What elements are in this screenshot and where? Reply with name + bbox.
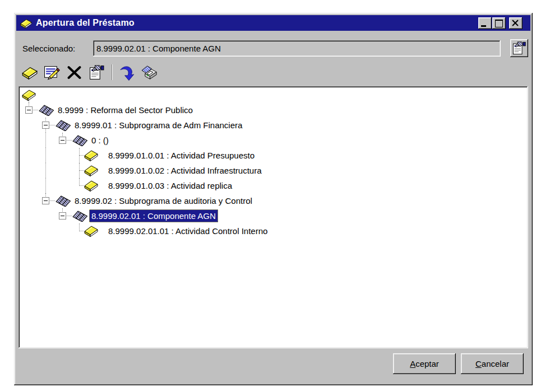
tree-item-label[interactable]: 8.9999.02.01.01 : Actividad Control Inte…	[108, 223, 267, 239]
books-stack-icon	[56, 119, 72, 131]
maximize-icon	[492, 17, 506, 29]
tree-item[interactable]: 8.9999.02 : Subprograma de auditoria y C…	[20, 193, 527, 208]
selected-input[interactable]: 8.9999.02.01 : Componente AGN	[93, 40, 501, 57]
tree-connector	[62, 208, 63, 212]
selected-label: Seleccionado:	[22, 40, 75, 57]
properties-icon	[512, 41, 526, 55]
yellow-book-icon	[84, 164, 98, 176]
tree-connector	[45, 133, 46, 148]
tree-connector	[79, 155, 80, 163]
yellow-book-icon	[84, 179, 98, 192]
tree-expander-minus[interactable]	[42, 122, 49, 129]
tree-connector	[45, 118, 46, 121]
tree-connector	[67, 216, 72, 216]
books-stack-icon	[72, 134, 89, 146]
toolbar-separator	[112, 64, 113, 80]
tree-connector	[79, 223, 80, 231]
tree-connector	[29, 102, 29, 106]
edit-item-button[interactable]	[42, 63, 61, 81]
tree-connector	[79, 178, 80, 186]
dialog-window: Apertura del Préstamo Seleccionado: 8.99…	[14, 13, 533, 385]
blue-arrow-down-icon	[119, 64, 135, 81]
tree-item-root[interactable]	[20, 87, 527, 102]
tree-connector	[62, 133, 63, 136]
yellow-book-icon	[84, 225, 98, 237]
accept-button[interactable]: Aceptar	[393, 353, 456, 374]
tree-item-label[interactable]: 8.9999.01.0.02 : Actividad Infraestructu…	[108, 163, 262, 178]
tree-connector	[79, 148, 80, 156]
maximize-button[interactable]	[492, 17, 506, 29]
move-down-button[interactable]	[117, 63, 136, 81]
tree-item-label[interactable]: 0 : ()	[91, 133, 109, 148]
tree-item[interactable]: 8.9999.01 : Subprograma de Adm Financier…	[20, 118, 527, 133]
books-stack-icon	[72, 209, 89, 222]
yellow-book-icon	[21, 88, 36, 101]
tree-expander-minus[interactable]	[59, 212, 66, 220]
tree-expander-minus[interactable]	[25, 106, 33, 114]
yellow-book-icon	[84, 149, 98, 161]
properties-icon	[89, 64, 105, 81]
tree-connector	[80, 185, 84, 186]
tree-connector	[45, 193, 46, 197]
selected-properties-button[interactable]	[510, 39, 528, 57]
tree-item-label[interactable]: 8.9999.01 : Subprograma de Adm Financier…	[75, 118, 242, 133]
minimize-icon	[478, 17, 492, 29]
tree-connector	[80, 231, 84, 231]
close-button[interactable]	[509, 17, 523, 29]
tree-item-label[interactable]: 8.9999 : Reforma del Sector Publico	[58, 102, 193, 118]
tree-item-label[interactable]: 8.9999.01.0.01 : Actividad Presupuesto	[108, 148, 255, 163]
books-stack-icon	[39, 104, 56, 116]
tree-item[interactable]: 8.9999 : Reforma del Sector Publico	[20, 102, 527, 118]
tree-connector	[80, 170, 84, 171]
tree-connector	[33, 110, 38, 110]
printer-icon	[141, 64, 158, 81]
tree-connector	[79, 170, 80, 178]
tree-item[interactable]: 8.9999.01.0.03 : Actividad replica	[20, 178, 527, 193]
tree-view[interactable]: 8.9999 : Reforma del Sector Publico8.999…	[19, 86, 528, 348]
delete-x-icon	[66, 64, 82, 81]
tree-connector	[50, 125, 55, 125]
yellow-book-icon	[20, 18, 32, 29]
window-title: Apertura del Préstamo	[36, 18, 135, 28]
close-icon	[509, 17, 523, 29]
print-button[interactable]	[140, 63, 159, 81]
books-stack-icon	[56, 194, 72, 207]
tree-item[interactable]: 8.9999.01.0.02 : Actividad Infraestructu…	[20, 163, 527, 178]
item-properties-button[interactable]	[87, 63, 106, 81]
tree-connector	[80, 155, 84, 156]
tree-connector	[50, 200, 55, 201]
tree-expander-minus[interactable]	[59, 137, 66, 144]
new-item-button[interactable]	[20, 63, 39, 81]
tree-connector	[45, 129, 46, 133]
tree-item-label[interactable]: 8.9999.01.0.03 : Actividad replica	[108, 178, 232, 193]
title-bar: Apertura del Préstamo	[16, 15, 530, 31]
tree-item[interactable]: 8.9999.02.01.01 : Actividad Control Inte…	[20, 223, 527, 239]
tree-connector	[45, 178, 46, 193]
tree-connector	[45, 163, 46, 178]
minimize-button[interactable]	[478, 17, 492, 29]
tree-item[interactable]: 8.9999.02.01 : Componente AGN	[20, 208, 527, 223]
tree-connector	[79, 163, 80, 171]
tree-connector	[45, 148, 46, 163]
toolbar	[20, 63, 162, 82]
tree-item-label-selected[interactable]: 8.9999.02.01 : Componente AGN	[89, 209, 218, 222]
edit-icon	[44, 64, 60, 81]
tree-item[interactable]: 0 : ()	[20, 133, 527, 148]
tree-connector	[67, 140, 72, 141]
delete-item-button[interactable]	[64, 63, 84, 81]
cancel-button[interactable]: Cancelar	[461, 353, 524, 374]
yellow-book-icon	[21, 64, 38, 81]
tree-item[interactable]: 8.9999.01.0.01 : Actividad Presupuesto	[20, 148, 527, 163]
tree-expander-minus[interactable]	[42, 197, 49, 204]
tree-item-label[interactable]: 8.9999.02 : Subprograma de auditoria y C…	[75, 193, 252, 208]
